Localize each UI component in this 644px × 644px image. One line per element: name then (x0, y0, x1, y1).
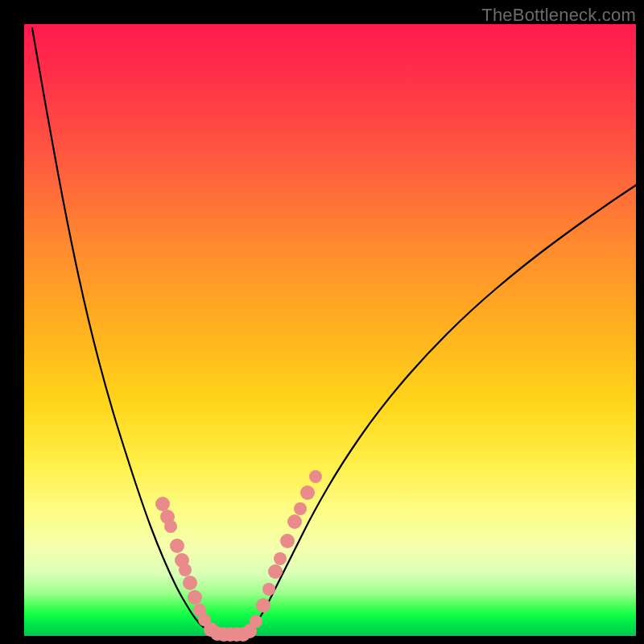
highlight-dot (287, 514, 302, 529)
highlight-dot (309, 470, 322, 483)
highlight-dot (274, 552, 287, 565)
highlight-dot (179, 564, 192, 576)
left-curve (32, 28, 216, 634)
right-curve (248, 185, 636, 634)
highlight-dot (170, 539, 184, 553)
watermark-label: TheBottleneck.com (481, 5, 636, 26)
highlight-dot (262, 583, 275, 596)
highlight-dot (300, 485, 315, 500)
highlight-dot (256, 598, 270, 613)
chart-svg (24, 24, 636, 636)
highlight-dot (268, 564, 283, 579)
highlight-dot (183, 576, 197, 590)
chart-frame: TheBottleneck.com (0, 0, 644, 644)
highlight-dot (294, 502, 307, 515)
highlight-dots-group (155, 470, 322, 642)
highlight-dot (155, 497, 170, 511)
plot-area (24, 24, 636, 636)
highlight-dot (280, 534, 295, 548)
highlight-dot (250, 615, 262, 628)
highlight-dot (164, 520, 177, 533)
highlight-dot (188, 590, 202, 605)
